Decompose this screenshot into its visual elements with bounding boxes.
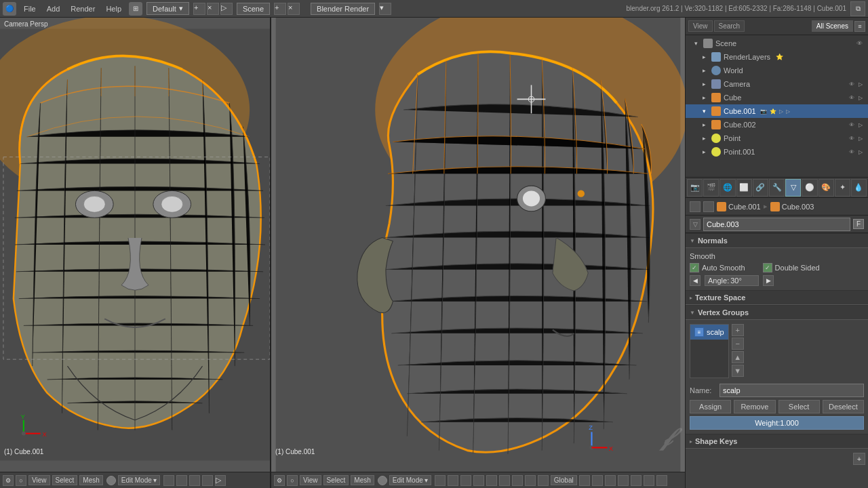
scene-add-btn[interactable]: + — [274, 3, 286, 15]
blender-icon[interactable]: 🔵 — [3, 2, 16, 16]
prop-icon-particles[interactable]: ✦ — [835, 179, 850, 197]
vp-right-extra10[interactable] — [579, 475, 590, 486]
vp-right-mode[interactable]: Edit Mode ▾ — [389, 475, 431, 485]
screen-icon[interactable]: ⧉ — [850, 1, 865, 16]
vertex-groups-header[interactable]: ▼ Vertex Groups — [686, 305, 868, 320]
shape-keys-header[interactable]: ▸ Shape Keys — [686, 434, 868, 449]
obj-name-input[interactable] — [703, 218, 850, 231]
vp-right-extra5[interactable] — [486, 475, 497, 486]
vp-right-extra9[interactable] — [538, 475, 549, 486]
prop-icon-modifiers[interactable]: 🔧 — [769, 179, 785, 197]
weight-bar[interactable]: Weight: 1.000 — [690, 416, 864, 430]
vp-right-extra11[interactable] — [592, 475, 603, 486]
vgroup-move-up-btn[interactable]: ▲ — [732, 351, 744, 363]
vp-right-extra13[interactable] — [618, 475, 629, 486]
auto-smooth-checkbox[interactable]: ✓ — [690, 263, 699, 272]
layout-add-btn[interactable]: + — [193, 3, 205, 15]
vp-right-icon1[interactable]: ⚙ — [274, 475, 285, 486]
vp-right-select[interactable]: Select — [323, 475, 349, 485]
vp-right-extra2[interactable] — [448, 475, 458, 486]
panel-tab-view[interactable]: View — [688, 20, 713, 32]
texture-space-header[interactable]: ▸ Texture Space — [686, 290, 868, 305]
vp-right-extra1[interactable] — [435, 475, 446, 486]
shape-keys-add-btn[interactable]: + — [853, 453, 865, 465]
vp-left-view[interactable]: View — [28, 475, 50, 485]
menu-help[interactable]: Help — [102, 3, 125, 14]
vp-right-extra6[interactable] — [499, 475, 510, 486]
vgroup-move-down-btn[interactable]: ▼ — [732, 365, 744, 377]
layout-extra-btn[interactable]: ▷ — [220, 3, 233, 15]
viewport-right[interactable]: Z X 𝒻 (1) Cube.001 — [271, 18, 685, 472]
vp-right-orientation[interactable]: Global — [551, 475, 577, 485]
tree-item-point[interactable]: ▸ Point 👁 ▷ — [686, 131, 868, 145]
angle-right-btn[interactable]: ▶ — [763, 275, 774, 286]
vp-right-extra8[interactable] — [525, 475, 536, 486]
tree-item-cube001[interactable]: ▾ Cube.001 📷 ⭐ ▷ ▷ — [686, 104, 868, 118]
tree-item-renderlayers[interactable]: ▸ RenderLayers ⭐ — [686, 50, 868, 64]
vp-right-extra14[interactable] — [631, 475, 642, 486]
vp-right-extra7[interactable] — [512, 475, 523, 486]
f-badge[interactable]: F — [853, 219, 864, 229]
auto-smooth-checkbox-item[interactable]: ✓ Auto Smooth — [690, 263, 745, 272]
tree-item-world[interactable]: ▸ World — [686, 64, 868, 77]
vp-left-icon1[interactable]: ⚙ — [3, 475, 14, 486]
render-engine-selector[interactable]: Blender Render — [311, 3, 375, 15]
vp-right-extra12[interactable] — [605, 475, 616, 486]
filter-icon[interactable]: ▽ — [690, 219, 701, 230]
vp-left-extra5[interactable]: ▷ — [215, 475, 226, 486]
vp-right-icon2[interactable]: ○ — [287, 475, 298, 486]
breadcrumb-fwd-btn[interactable] — [703, 201, 714, 212]
menu-file[interactable]: File — [20, 3, 39, 14]
prop-icon-data[interactable]: ▽ — [785, 179, 801, 197]
vp-left-select[interactable]: Select — [52, 475, 78, 485]
tree-item-scene[interactable]: ▾ Scene 👁 — [686, 37, 868, 50]
angle-input[interactable]: Angle: 30° — [705, 275, 759, 286]
vgroup-list[interactable]: ≡ scalp — [690, 324, 729, 378]
breadcrumb-back-btn[interactable] — [690, 201, 701, 212]
menu-add[interactable]: Add — [43, 3, 64, 14]
prop-icon-object[interactable]: ⬜ — [736, 179, 752, 197]
vp-right-extra4[interactable] — [473, 475, 484, 486]
vp-right-extra15[interactable] — [644, 475, 654, 486]
vp-left-extra3[interactable] — [189, 475, 200, 486]
breadcrumb-child[interactable]: Cube.003 — [770, 202, 814, 211]
menu-render[interactable]: Render — [67, 3, 98, 14]
vgroup-remove-btn[interactable]: − — [732, 338, 744, 350]
angle-left-btn[interactable]: ◀ — [690, 275, 701, 286]
double-sided-checkbox-item[interactable]: ✓ Double Sided — [763, 263, 820, 272]
layout-close-btn[interactable]: × — [207, 3, 219, 15]
vp-left-extra1[interactable] — [163, 475, 174, 486]
tree-item-point001[interactable]: ▸ Point.001 👁 ▷ — [686, 145, 868, 159]
vp-left-extra2[interactable] — [176, 475, 187, 486]
prop-icon-constraints[interactable]: 🔗 — [753, 179, 768, 197]
vp-left-dot-icon[interactable] — [106, 476, 116, 485]
vgroup-item-scalp[interactable]: ≡ scalp — [690, 325, 728, 340]
panel-filter-icon[interactable]: ≡ — [854, 21, 865, 32]
deselect-btn[interactable]: Deselect — [823, 400, 864, 413]
panel-tab-search[interactable]: Search — [714, 20, 745, 32]
panel-tab-all-scenes[interactable]: All Scenes — [812, 20, 853, 32]
name-input[interactable] — [719, 384, 864, 397]
vp-right-mesh[interactable]: Mesh — [351, 475, 374, 485]
normals-section-header[interactable]: ▼ Normals — [686, 233, 868, 248]
prop-icon-texture[interactable]: 🎨 — [818, 179, 834, 197]
prop-icon-render[interactable]: 📷 — [687, 179, 703, 197]
vp-right-view[interactable]: View — [300, 475, 321, 485]
select-btn[interactable]: Select — [778, 400, 820, 413]
engine-arrow[interactable]: ▾ — [379, 3, 391, 15]
scene-selector[interactable]: Scene — [237, 3, 270, 15]
vp-left-mode[interactable]: Edit Mode ▾ — [118, 475, 160, 485]
vp-right-dot-icon[interactable] — [378, 476, 387, 485]
vp-left-mesh[interactable]: Mesh — [79, 475, 102, 485]
scene-close-btn[interactable]: × — [288, 3, 300, 15]
prop-icon-material[interactable]: ⚪ — [802, 179, 817, 197]
vp-right-extra16[interactable] — [656, 475, 667, 486]
tree-item-camera[interactable]: ▸ Camera 👁 ▷ — [686, 77, 868, 91]
prop-icon-world[interactable]: 🌐 — [719, 179, 735, 197]
tree-item-cube[interactable]: ▸ Cube 👁 ▷ — [686, 91, 868, 104]
vp-left-icon2[interactable]: ○ — [16, 475, 26, 486]
vp-right-extra3[interactable] — [460, 475, 471, 486]
vp-left-extra4[interactable] — [202, 475, 213, 486]
vgroup-add-btn[interactable]: + — [732, 324, 744, 336]
tree-item-cube002[interactable]: ▸ Cube.002 👁 ▷ — [686, 118, 868, 131]
